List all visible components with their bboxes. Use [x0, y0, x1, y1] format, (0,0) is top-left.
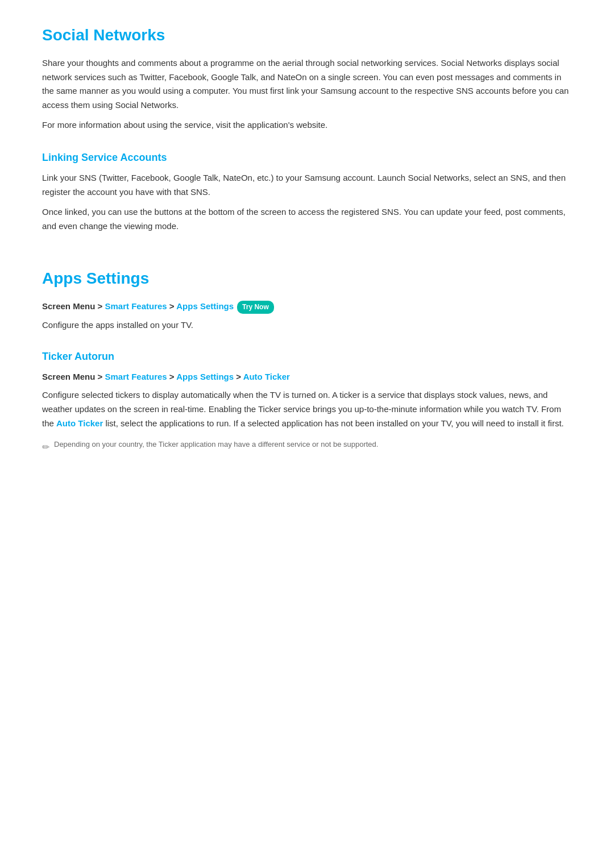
ticker-autorun-section: Ticker Autorun Screen Menu > Smart Featu…	[42, 348, 572, 460]
auto-ticker-breadcrumb-link[interactable]: Auto Ticker	[243, 372, 290, 381]
ticker-autorun-breadcrumb: Screen Menu > Smart Features > Apps Sett…	[42, 370, 572, 384]
ticker-separator2: >	[234, 372, 243, 381]
linking-service-accounts-title: Linking Service Accounts	[42, 149, 572, 166]
linking-body2: Once linked, you can use the buttons at …	[42, 205, 572, 234]
try-now-badge[interactable]: Try Now	[237, 301, 274, 314]
apps-settings-body: Configure the apps installed on your TV.	[42, 318, 572, 333]
ticker-smart-features-link[interactable]: Smart Features	[105, 372, 167, 381]
ticker-apps-settings-link[interactable]: Apps Settings	[176, 372, 234, 381]
ticker-breadcrumb-prefix: Screen Menu >	[42, 372, 105, 381]
ticker-autorun-title: Ticker Autorun	[42, 348, 572, 365]
social-networks-body2: For more information about using the ser…	[42, 118, 572, 132]
linking-body1: Link your SNS (Twitter, Facebook, Google…	[42, 171, 572, 200]
smart-features-link[interactable]: Smart Features	[105, 301, 167, 311]
ticker-note: ✏ Depending on your country, the Ticker …	[42, 439, 572, 455]
apps-settings-link[interactable]: Apps Settings	[176, 301, 234, 311]
note-icon: ✏	[42, 440, 49, 455]
ticker-body-text2: list, select the applications to run. If…	[103, 418, 563, 428]
ticker-separator1: >	[167, 372, 177, 381]
linking-service-accounts-section: Linking Service Accounts Link your SNS (…	[42, 149, 572, 245]
auto-ticker-link[interactable]: Auto Ticker	[56, 418, 103, 428]
apps-settings-breadcrumb: Screen Menu > Smart Features > Apps Sett…	[42, 300, 572, 314]
apps-settings-title: Apps Settings	[42, 266, 572, 292]
social-networks-section: Social Networks Share your thoughts and …	[42, 23, 572, 132]
apps-settings-section: Apps Settings Screen Menu > Smart Featur…	[42, 266, 572, 332]
social-networks-title: Social Networks	[42, 23, 572, 48]
note-text: Depending on your country, the Ticker ap…	[54, 439, 378, 450]
social-networks-body1: Share your thoughts and comments about a…	[42, 56, 572, 113]
ticker-autorun-body: Configure selected tickers to display au…	[42, 388, 572, 430]
breadcrumb-separator1: >	[167, 301, 177, 311]
breadcrumb-prefix: Screen Menu >	[42, 301, 105, 311]
